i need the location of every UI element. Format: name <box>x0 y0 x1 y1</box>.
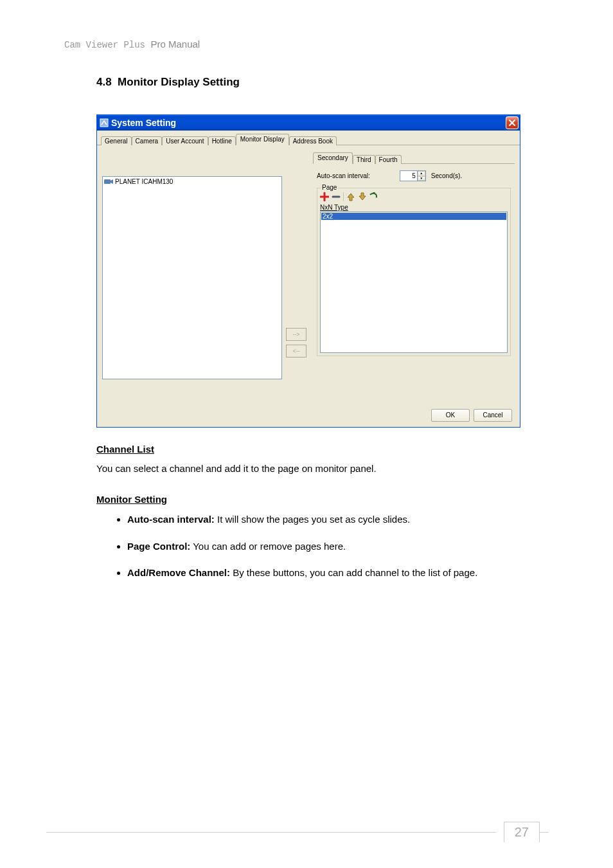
close-button[interactable] <box>506 116 519 129</box>
move-up-icon[interactable] <box>346 192 355 201</box>
header-suffix: Pro Manual <box>150 39 200 50</box>
system-setting-dialog: System Setting General Camera User Accou… <box>96 114 520 428</box>
autoscan-input[interactable] <box>400 171 417 181</box>
bullet-list: Auto-scan interval: It will show the pag… <box>96 511 520 581</box>
titlebar-text: System Setting <box>111 118 176 128</box>
list-item: Auto-scan interval: It will show the pag… <box>127 511 520 528</box>
dialog-footer: OK Cancel <box>100 405 517 427</box>
tab-user-account[interactable]: User Account <box>162 136 208 145</box>
footer-line <box>540 832 549 833</box>
page-legend: Page <box>321 184 338 191</box>
section-number: 4.8 <box>96 76 112 88</box>
titlebar: System Setting <box>97 115 520 131</box>
right-panel: Secondary Third Fourth Auto-scan interva… <box>287 152 515 397</box>
add-page-icon[interactable] <box>320 192 329 201</box>
tab-address-book[interactable]: Address Book <box>289 136 337 145</box>
page-number: 27 <box>504 822 540 842</box>
tab-hotline[interactable]: Hotline <box>208 136 236 145</box>
nxn-selected[interactable]: 2x2 <box>321 213 506 220</box>
add-channel-button[interactable]: --> <box>286 328 306 341</box>
tab-monitor-display[interactable]: Monitor Display <box>236 134 289 145</box>
remove-page-icon[interactable] <box>332 192 341 201</box>
spinner-down-icon[interactable]: ▼ <box>418 176 425 181</box>
bullet-bold: Auto-scan interval: <box>127 514 215 525</box>
bullet-text: By these buttons, you can add channel to… <box>230 567 477 578</box>
camera-icon <box>104 178 113 185</box>
page-fieldset: Page NxN Type 2x2 <box>317 188 511 356</box>
separator-icon <box>343 192 344 201</box>
channel-list-para: You can select a channel and add it to t… <box>96 461 520 476</box>
channel-label: PLANET ICAHM130 <box>115 178 173 185</box>
cancel-button[interactable]: Cancel <box>474 409 512 422</box>
section-title: Monitor Display Setting <box>118 76 240 88</box>
tab-third[interactable]: Third <box>353 155 375 164</box>
tab-secondary[interactable]: Secondary <box>313 152 353 164</box>
left-panel: PLANET ICAHM130 --> <-- <box>102 152 282 397</box>
section-heading: 4.8 Monitor Display Setting <box>96 76 549 89</box>
close-icon <box>508 119 516 127</box>
tab-camera[interactable]: Camera <box>132 136 163 145</box>
move-down-icon[interactable] <box>358 192 367 201</box>
tab-general[interactable]: General <box>101 136 132 145</box>
nxn-list[interactable]: 2x2 <box>320 212 508 353</box>
monitor-setting-heading: Monitor Setting <box>96 492 520 507</box>
svg-rect-1 <box>104 179 111 184</box>
tab-fourth[interactable]: Fourth <box>375 155 402 164</box>
outer-tabs: General Camera User Account Hotline Moni… <box>97 131 520 145</box>
bullet-bold: Add/Remove Channel: <box>127 567 230 578</box>
spinner-up-icon[interactable]: ▲ <box>418 171 425 176</box>
list-item[interactable]: PLANET ICAHM130 <box>104 178 280 185</box>
refresh-icon[interactable] <box>369 192 378 201</box>
footer-line <box>46 832 496 833</box>
autoscan-unit: Second(s). <box>431 172 462 179</box>
channel-tree[interactable]: PLANET ICAHM130 <box>102 176 282 379</box>
page-number-area: 27 <box>46 822 549 842</box>
header-prefix: Cam Viewer Plus <box>64 40 145 50</box>
inner-tabs: Secondary Third Fourth <box>313 152 515 164</box>
nxn-label: NxN Type <box>320 204 508 211</box>
autoscan-spinner[interactable]: ▲ ▼ <box>400 170 426 181</box>
remove-channel-button[interactable]: <-- <box>286 345 306 357</box>
bullet-bold: Page Control: <box>127 541 190 552</box>
app-icon <box>100 118 109 127</box>
bullet-text: You can add or remove pages here. <box>190 541 346 552</box>
channel-list-heading: Channel List <box>96 442 520 457</box>
list-item: Page Control: You can add or remove page… <box>127 538 520 555</box>
list-item: Add/Remove Channel: By these buttons, yo… <box>127 565 520 581</box>
doc-header: Cam Viewer Plus Pro Manual <box>64 39 549 50</box>
ok-button[interactable]: OK <box>431 409 470 422</box>
autoscan-label: Auto-scan interval: <box>317 172 370 179</box>
bullet-text: It will show the pages you set as cycle … <box>215 514 410 525</box>
